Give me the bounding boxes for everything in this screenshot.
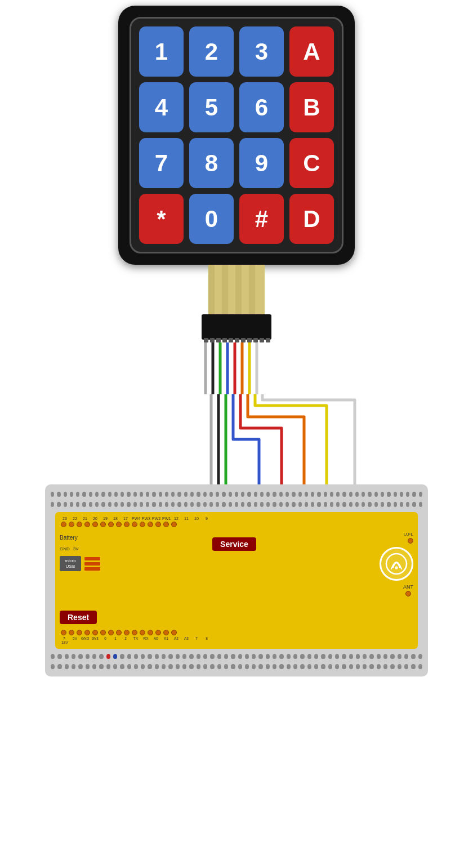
svg-rect-17	[247, 338, 252, 342]
bottom-dot-rows	[51, 652, 422, 671]
svg-rect-7	[249, 265, 255, 315]
svg-rect-19	[260, 338, 264, 342]
svg-rect-13	[222, 338, 227, 342]
keypad-outer: 123A456B789C*0#D	[118, 6, 355, 265]
reset-button[interactable]: Reset	[60, 611, 97, 624]
svg-point-32	[386, 554, 407, 574]
keypad-key-9[interactable]: 9	[239, 138, 284, 188]
wire-routing-svg	[45, 394, 428, 484]
gnd-label: GND	[60, 546, 70, 551]
keypad-grid: 123A456B789C*0#D	[130, 17, 343, 253]
svg-rect-3	[222, 265, 228, 315]
keypad-key-3[interactable]: 3	[239, 26, 284, 77]
svg-rect-11	[210, 338, 215, 342]
main-container: 123A456B789C*0#D	[0, 0, 473, 868]
keypad-key-A[interactable]: A	[289, 26, 334, 77]
keypad-key-1[interactable]: 1	[139, 26, 184, 77]
svg-rect-8	[256, 265, 262, 315]
breadboard: 23 22 21 20 19 18 17 PW4 PW3 PW2 PW1 12 …	[45, 484, 428, 676]
svg-rect-18	[253, 338, 258, 342]
svg-rect-1	[208, 265, 215, 315]
keypad-key-2[interactable]: 2	[189, 26, 234, 77]
arduino-board: 23 22 21 20 19 18 17 PW4 PW3 PW2 PW1 12 …	[55, 512, 418, 649]
battery-label: Battery	[60, 532, 100, 542]
svg-rect-4	[229, 265, 235, 315]
svg-rect-20	[266, 338, 270, 342]
svg-rect-6	[242, 265, 248, 315]
keypad-key-0[interactable]: 0	[189, 194, 234, 244]
keypad-key-7[interactable]: 7	[139, 138, 184, 188]
svg-rect-5	[235, 265, 242, 315]
svg-rect-10	[204, 338, 208, 342]
keypad-key-C[interactable]: C	[289, 138, 334, 188]
v3-label: 3V	[73, 546, 79, 551]
keypad-key-B[interactable]: B	[289, 82, 334, 132]
ant-label: ANT	[403, 584, 413, 590]
svg-rect-9	[202, 314, 271, 340]
service-button[interactable]: Service	[212, 537, 256, 551]
svg-point-33	[395, 567, 398, 569]
keypad-key-8[interactable]: 8	[189, 138, 234, 188]
nfc-icon	[380, 547, 413, 581]
svg-rect-12	[216, 338, 221, 342]
keypad-key-*[interactable]: *	[139, 194, 184, 244]
top-dot-rows	[51, 490, 422, 509]
keypad-key-5[interactable]: 5	[189, 82, 234, 132]
ribbon-svg	[118, 265, 355, 394]
svg-rect-16	[241, 338, 246, 342]
svg-rect-14	[229, 338, 233, 342]
keypad-key-6[interactable]: 6	[239, 82, 284, 132]
keypad-key-#[interactable]: #	[239, 194, 284, 244]
keypad-key-4[interactable]: 4	[139, 82, 184, 132]
micro-usb: microUSB	[60, 556, 81, 571]
ufl-label: U.FL	[404, 532, 413, 537]
svg-rect-2	[215, 265, 221, 315]
svg-rect-15	[235, 338, 239, 342]
keypad-key-D[interactable]: D	[289, 194, 334, 244]
